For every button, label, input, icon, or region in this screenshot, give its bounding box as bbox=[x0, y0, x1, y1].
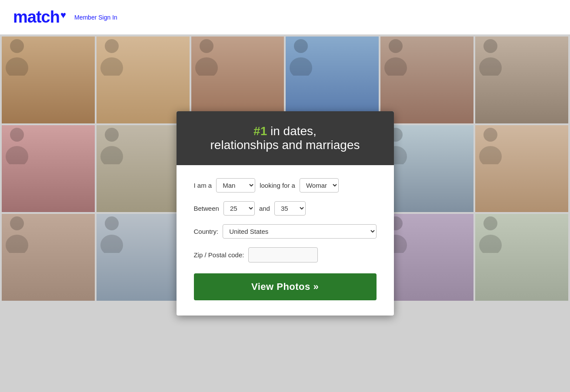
age-from-select[interactable]: 18192021222324252627282930354045505560 bbox=[223, 201, 255, 216]
tagline-text: in dates, bbox=[267, 124, 317, 138]
and-label: and bbox=[259, 205, 270, 212]
svg-point-5 bbox=[195, 57, 218, 76]
svg-point-13 bbox=[6, 146, 28, 164]
photo-cell bbox=[2, 214, 95, 301]
svg-point-34 bbox=[483, 216, 497, 230]
photo-cell bbox=[380, 37, 473, 123]
zip-row: Zip / Postal code: bbox=[194, 247, 377, 262]
svg-point-15 bbox=[100, 146, 123, 164]
svg-point-10 bbox=[483, 39, 497, 53]
svg-point-26 bbox=[105, 216, 119, 230]
tagline-number: #1 bbox=[253, 124, 267, 138]
age-row: Between 18192021222324252627282930354045… bbox=[194, 201, 377, 216]
member-signin-link[interactable]: Member Sign In bbox=[74, 14, 117, 21]
svg-point-24 bbox=[10, 216, 24, 230]
tagline: #1 in dates, relationships and marriages bbox=[194, 124, 377, 152]
i-am-a-label: I am a bbox=[194, 182, 212, 189]
photo-cell bbox=[475, 37, 568, 123]
looking-for-select[interactable]: Man Woman bbox=[300, 178, 339, 193]
svg-point-25 bbox=[6, 235, 28, 253]
svg-point-23 bbox=[479, 146, 502, 164]
zip-label: Zip / Postal code: bbox=[194, 251, 244, 259]
looking-for-label: looking for a bbox=[260, 182, 295, 189]
svg-point-14 bbox=[105, 128, 119, 142]
country-select[interactable]: United States Canada United Kingdom Aust… bbox=[223, 224, 376, 239]
svg-point-27 bbox=[100, 235, 123, 253]
svg-point-0 bbox=[10, 39, 24, 53]
modal-body: I am a Man Woman looking for a Man Woman… bbox=[177, 165, 394, 316]
svg-point-35 bbox=[479, 235, 502, 253]
photo-cell bbox=[2, 37, 95, 123]
search-modal: #1 in dates, relationships and marriages… bbox=[177, 111, 394, 316]
logo: match♥ bbox=[13, 8, 66, 27]
tagline-line2: relationships and marriages bbox=[194, 138, 377, 152]
photo-cell bbox=[97, 37, 190, 123]
svg-point-7 bbox=[290, 57, 312, 76]
between-label: Between bbox=[194, 205, 219, 212]
logo-heart-icon: ♥ bbox=[60, 10, 66, 21]
svg-point-1 bbox=[6, 57, 28, 76]
photo-cell bbox=[191, 37, 284, 123]
svg-point-12 bbox=[10, 128, 24, 142]
photo-cell bbox=[2, 125, 95, 212]
photo-cell bbox=[97, 214, 190, 301]
photo-cell bbox=[475, 214, 568, 301]
photo-cell bbox=[286, 37, 379, 123]
gender-row: I am a Man Woman looking for a Man Woman bbox=[194, 178, 377, 193]
svg-point-4 bbox=[200, 39, 213, 53]
gender-select[interactable]: Man Woman bbox=[216, 178, 255, 193]
svg-point-3 bbox=[100, 57, 123, 76]
photo-cell bbox=[380, 214, 473, 301]
zip-input[interactable] bbox=[248, 247, 318, 262]
logo-wordmark: match bbox=[13, 8, 60, 27]
svg-point-8 bbox=[389, 39, 403, 53]
svg-point-6 bbox=[294, 39, 308, 53]
svg-point-22 bbox=[483, 128, 497, 142]
svg-point-11 bbox=[479, 57, 502, 76]
svg-point-9 bbox=[384, 57, 407, 76]
modal-header: #1 in dates, relationships and marriages bbox=[177, 111, 394, 165]
view-photos-button[interactable]: View Photos » bbox=[194, 273, 377, 300]
photo-cell bbox=[475, 125, 568, 212]
country-row: Country: United States Canada United Kin… bbox=[194, 224, 377, 239]
age-to-select[interactable]: 1819202530354045505560657075 bbox=[274, 201, 306, 216]
photo-cell bbox=[97, 125, 190, 212]
header: match♥ Member Sign In bbox=[0, 0, 570, 35]
photo-cell bbox=[380, 125, 473, 212]
photo-grid: #1 in dates, relationships and marriages… bbox=[0, 35, 570, 392]
svg-point-2 bbox=[105, 39, 119, 53]
country-label: Country: bbox=[194, 228, 219, 235]
